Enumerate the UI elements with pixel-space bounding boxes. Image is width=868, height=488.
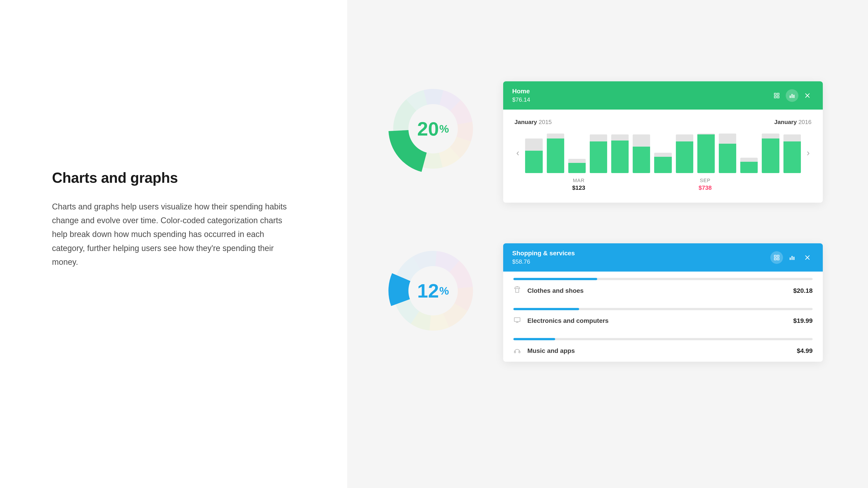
close-button[interactable] <box>801 251 814 264</box>
bar-month-label <box>718 177 735 191</box>
bar-month-label <box>528 177 545 191</box>
bar-column[interactable] <box>633 132 650 173</box>
svg-rect-0 <box>774 93 776 95</box>
svg-rect-21 <box>514 351 516 353</box>
home-card: Home $76.14 January 2015 <box>503 81 823 203</box>
home-demo-row: 20% Home $76.14 <box>385 81 823 203</box>
grid-icon <box>774 92 780 99</box>
shopping-card-amount: $58.76 <box>512 258 575 265</box>
bar-chart-icon <box>789 254 795 261</box>
description-pane: Charts and graphs Charts and graphs help… <box>0 0 347 488</box>
grid-view-button[interactable] <box>770 89 783 102</box>
bar-column[interactable] <box>698 132 715 173</box>
home-card-body: January 2015 January 2016 ‹ › MAR$123SEP… <box>503 109 823 203</box>
shopping-card-actions <box>770 251 814 264</box>
close-icon <box>804 254 811 261</box>
svg-rect-9 <box>774 255 776 257</box>
category-name: Music and apps <box>527 347 575 355</box>
bar-column[interactable] <box>611 132 629 173</box>
progress-fill <box>513 308 579 310</box>
home-card-title: Home <box>512 88 530 95</box>
grid-icon <box>774 254 780 261</box>
bar-month-label: MAR$123 <box>570 177 587 191</box>
category-icon <box>513 286 521 295</box>
progress-fill <box>513 278 597 280</box>
bar-chart-icon <box>789 92 795 99</box>
category-name: Electronics and computers <box>527 317 609 324</box>
svg-rect-1 <box>777 93 779 95</box>
category-amount: $19.99 <box>793 317 813 324</box>
bar-column[interactable] <box>762 132 779 173</box>
close-icon <box>804 92 811 99</box>
bar-column[interactable] <box>590 132 607 173</box>
grid-view-button[interactable] <box>770 251 783 264</box>
svg-rect-18 <box>514 318 520 322</box>
demo-pane: 20% Home $76.14 <box>347 0 868 488</box>
monthly-bars <box>525 132 801 173</box>
chart-view-button[interactable] <box>786 89 798 102</box>
list-item[interactable]: Clothes and shoes $20.18 <box>503 271 823 302</box>
progress-fill <box>513 338 555 340</box>
home-card-header: Home $76.14 <box>503 81 823 109</box>
bar-month-label <box>654 177 671 191</box>
home-card-amount: $76.14 <box>512 96 530 103</box>
bar-month-label <box>739 177 756 191</box>
bar-column[interactable] <box>547 132 564 173</box>
page-title: Charts and graphs <box>52 169 302 186</box>
svg-rect-15 <box>794 257 795 260</box>
shopping-demo-row: 12% Shopping & services $58.76 <box>385 243 823 362</box>
progress-track <box>513 338 813 340</box>
svg-rect-3 <box>777 96 779 98</box>
shopping-breakdown-list: Clothes and shoes $20.18 Electronics and… <box>503 271 823 362</box>
svg-rect-5 <box>792 94 793 98</box>
home-card-actions <box>770 89 814 102</box>
page-description: Charts and graphs help users visualize h… <box>52 200 289 269</box>
bar-column[interactable] <box>654 132 672 173</box>
svg-rect-2 <box>774 96 776 98</box>
list-item[interactable]: Electronics and computers $19.99 <box>503 302 823 332</box>
progress-track <box>513 308 813 310</box>
bar-month-label <box>633 177 650 191</box>
bar-month-label <box>760 177 777 191</box>
progress-track <box>513 278 813 280</box>
next-period-button[interactable]: › <box>805 148 811 158</box>
svg-rect-12 <box>777 258 779 260</box>
category-icon <box>513 346 521 355</box>
bar-column[interactable] <box>525 132 542 173</box>
chart-view-button[interactable] <box>786 251 798 264</box>
svg-rect-14 <box>792 256 793 260</box>
bar-month-label <box>549 177 566 191</box>
bar-month-label: SEP$738 <box>697 177 714 191</box>
bar-month-label <box>591 177 608 191</box>
svg-rect-4 <box>790 96 791 98</box>
category-amount: $4.99 <box>797 347 813 355</box>
shopping-card-title: Shopping & services <box>512 250 575 257</box>
shopping-card: Shopping & services $58.76 <box>503 243 823 362</box>
bar-month-label <box>676 177 692 191</box>
prev-period-button[interactable]: ‹ <box>515 148 521 158</box>
period-range: January 2015 January 2016 <box>515 119 811 126</box>
svg-rect-13 <box>790 258 791 260</box>
monthly-bar-labels: MAR$123SEP$738 <box>515 177 811 191</box>
bar-month-label <box>612 177 629 191</box>
home-donut-center-label: 20% <box>385 81 480 176</box>
category-amount: $20.18 <box>793 287 813 294</box>
svg-rect-6 <box>794 95 795 98</box>
bar-month-label <box>781 177 798 191</box>
svg-rect-10 <box>777 255 779 257</box>
home-donut-chart: 20% <box>385 81 480 176</box>
category-name: Clothes and shoes <box>527 287 584 294</box>
svg-rect-11 <box>774 258 776 260</box>
bar-column[interactable] <box>740 132 758 173</box>
list-item[interactable]: Music and apps $4.99 <box>503 332 823 362</box>
shopping-card-header: Shopping & services $58.76 <box>503 243 823 271</box>
shopping-donut-chart: 12% <box>385 243 480 338</box>
close-button[interactable] <box>801 89 814 102</box>
bar-column[interactable] <box>676 132 693 173</box>
bar-column[interactable] <box>783 132 801 173</box>
category-icon <box>513 316 521 325</box>
svg-rect-22 <box>519 351 520 353</box>
shopping-donut-center-label: 12% <box>385 243 480 338</box>
bar-column[interactable] <box>568 132 586 173</box>
bar-column[interactable] <box>719 132 736 173</box>
